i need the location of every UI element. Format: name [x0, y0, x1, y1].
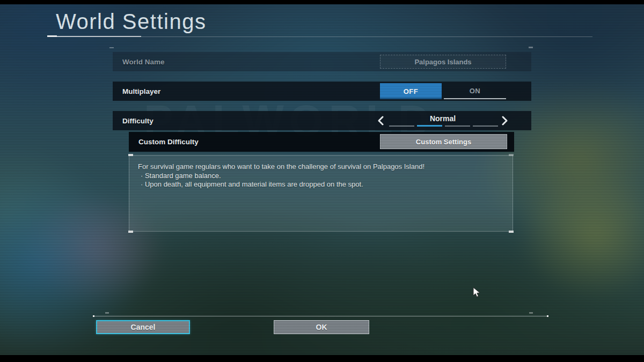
difficulty-value: Normal	[376, 114, 510, 123]
custom-settings-button[interactable]: Custom Settings	[380, 134, 507, 149]
multiplayer-row: Multiplayer OFF ON	[113, 82, 531, 101]
corner-marker	[509, 154, 514, 156]
difficulty-label: Difficulty	[113, 117, 153, 125]
description-line: For survival game regulars who want to t…	[138, 162, 504, 172]
multiplayer-off-button[interactable]: OFF	[380, 83, 442, 99]
multiplayer-label: Multiplayer	[113, 87, 160, 95]
ruler-end-dot	[93, 315, 94, 317]
chevron-right-icon	[500, 116, 509, 125]
footer-ruler-line	[94, 316, 547, 316]
deco-tick	[529, 47, 533, 48]
corner-marker	[128, 154, 133, 156]
corner-marker	[128, 231, 133, 233]
deco-tick	[529, 312, 533, 314]
difficulty-segment	[445, 125, 470, 127]
world-name-row: World Name Palpagos Islands	[113, 52, 531, 71]
deco-tick	[109, 47, 114, 48]
multiplayer-toggle: OFF ON	[380, 83, 506, 99]
difficulty-segments	[389, 125, 498, 127]
mouse-cursor	[473, 287, 481, 300]
title-underline-tick	[47, 35, 57, 37]
page-title: World Settings	[56, 10, 206, 34]
description-bullet-line: · Standard game balance.	[138, 172, 504, 181]
corner-marker	[509, 231, 514, 233]
ruler-end-dot	[547, 315, 548, 317]
letterbox-bottom	[0, 355, 644, 362]
ok-button[interactable]: OK	[274, 320, 369, 334]
description-bullet-line: · Upon death, all equipment and material…	[138, 180, 504, 189]
difficulty-next-button[interactable]	[500, 116, 509, 125]
deco-tick	[105, 312, 109, 314]
difficulty-segment-active	[417, 125, 442, 127]
multiplayer-on-button[interactable]: ON	[444, 83, 506, 99]
difficulty-segment	[473, 125, 498, 127]
custom-difficulty-label: Custom Difficulty	[129, 138, 199, 146]
difficulty-row: Difficulty Normal	[113, 111, 531, 130]
title-underline-highlight	[47, 36, 141, 37]
difficulty-segment	[389, 125, 414, 127]
world-name-label: World Name	[113, 58, 165, 66]
arrow-cursor-icon	[473, 287, 481, 298]
letterbox-top	[0, 0, 644, 4]
cancel-button[interactable]: Cancel	[96, 320, 190, 334]
world-name-input: Palpagos Islands	[380, 55, 506, 69]
custom-difficulty-row: Custom Difficulty Custom Settings	[129, 132, 514, 152]
difficulty-description-box: For survival game regulars who want to t…	[129, 155, 513, 232]
difficulty-selector: Normal	[376, 111, 510, 130]
